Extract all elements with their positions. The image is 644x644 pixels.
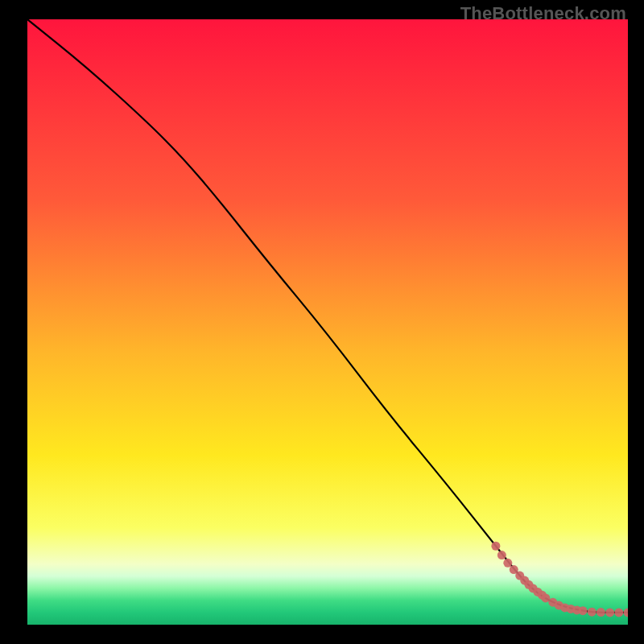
gradient-background <box>27 19 628 625</box>
data-point <box>579 606 588 615</box>
chart-svg <box>27 19 628 625</box>
data-point <box>605 608 614 617</box>
data-point <box>491 542 500 551</box>
attribution-text: TheBottleneck.com <box>460 3 626 24</box>
data-point <box>597 608 605 617</box>
data-point <box>497 551 506 559</box>
plot-area <box>27 19 628 625</box>
chart-frame: TheBottleneck.com <box>0 0 644 644</box>
data-point <box>588 608 597 617</box>
data-point <box>614 608 623 617</box>
data-point <box>503 559 512 568</box>
